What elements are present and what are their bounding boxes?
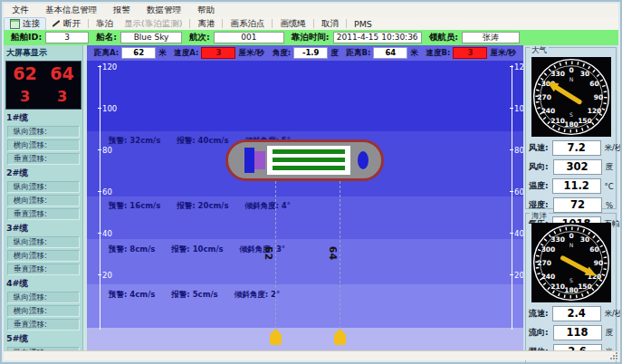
- cable-1-vertical-drift[interactable]: 垂直漂移:: [7, 153, 80, 165]
- pms-button[interactable]: PMS: [349, 19, 378, 29]
- compass-south-label: S: [569, 111, 573, 118]
- cable-1-lateral-drift[interactable]: 横向漂移:: [7, 139, 80, 151]
- ship-cargo-hold: [267, 146, 350, 175]
- cable-3-vertical-drift[interactable]: 垂直漂移:: [7, 263, 80, 275]
- pilot-field[interactable]: 张涛: [462, 32, 520, 43]
- ship-deckhouse-block: [254, 151, 265, 169]
- weather-groupbox: 大气 0 30 60 90 120 150 180 210 240 270: [525, 47, 617, 209]
- humidity-label: 湿度:: [529, 199, 550, 211]
- menu-alarm[interactable]: 报警: [105, 5, 139, 16]
- menu-data-mgmt[interactable]: 数据管理: [139, 5, 189, 16]
- cable-3-lateral-drift[interactable]: 横向漂移:: [7, 250, 80, 262]
- svg-text:60: 60: [589, 80, 598, 88]
- cargo-bar: [273, 158, 345, 162]
- berth-time-field[interactable]: 2011-4-15 10:30:36: [333, 32, 422, 43]
- cable-5-header: 5#缆: [6, 333, 82, 345]
- right-panel: 大气 0 30 60 90 120 150 180 210 240 270: [523, 45, 618, 351]
- cable-4-lateral-drift[interactable]: 横向漂移:: [7, 305, 80, 317]
- right-tick-100: 100: [514, 104, 523, 113]
- speed-a-value: 3: [201, 47, 235, 59]
- threshold-row-3: 预警: 8cm/s 报警: 10cm/s 倾斜角度: 3°: [109, 244, 285, 255]
- cable-2-longitudinal-drift[interactable]: 纵向漂移:: [7, 181, 80, 193]
- measure-line-a-label: 62: [263, 246, 274, 260]
- speed-b-label: 速度B:: [426, 48, 451, 59]
- alarm-1: 报警: 40cm/s: [177, 136, 228, 147]
- ship-name-field[interactable]: Blue Sky: [120, 32, 182, 43]
- toolbar-separator: [346, 19, 347, 28]
- depart-button[interactable]: 离港: [192, 18, 220, 30]
- current-direction-unit: 度: [606, 328, 614, 339]
- current-direction-value: 118: [553, 325, 602, 340]
- wind-direction-unit: 度: [606, 162, 614, 173]
- ocean-group-label: 海洋: [530, 212, 549, 220]
- cable-4-longitudinal-drift[interactable]: 纵向漂移:: [7, 292, 80, 303]
- toolbar: 连接 断开 靠泊 显示(靠泊监测) 离港 画系泊点 画缆绳 取消 PMS: [4, 17, 618, 31]
- wind-direction-label: 风向:: [529, 161, 550, 173]
- ship-id-field[interactable]: 3: [45, 32, 89, 43]
- toolbar-separator: [313, 19, 314, 28]
- threshold-row-4: 预警: 4cm/s 报警: 5cm/s 倾斜角度: 2°: [109, 290, 280, 301]
- cable-2-lateral-drift[interactable]: 横向漂移:: [7, 195, 80, 206]
- cable-group-5: 5#缆 纵向漂移: 横向漂移: 垂直漂移:: [5, 333, 82, 351]
- menu-basic-info[interactable]: 基本信息管理: [37, 5, 105, 16]
- connect-window-icon: [10, 19, 20, 29]
- toolbar-separator: [272, 19, 273, 28]
- display-dist-b: 64: [50, 65, 73, 82]
- cargo-bar: [273, 149, 345, 154]
- temperature-label: 温度:: [529, 180, 549, 192]
- menu-help[interactable]: 帮助: [189, 5, 223, 16]
- current-direction-row: 流向: 118 度: [529, 325, 613, 340]
- status-bar: [4, 350, 618, 360]
- svg-text:180: 180: [564, 120, 579, 129]
- angle-label: 角度:: [273, 48, 291, 59]
- alarm-4: 报警: 5cm/s: [171, 290, 217, 301]
- draw-cable-button[interactable]: 画缆绳: [274, 18, 311, 30]
- warn-4: 预警: 4cm/s: [109, 290, 155, 301]
- resize-grip-icon[interactable]: [610, 352, 617, 359]
- speed-b-unit: 厘米/秒: [490, 48, 516, 59]
- svg-text:150: 150: [578, 283, 592, 291]
- svg-text:150: 150: [578, 117, 592, 125]
- temperature-value: 11.2: [552, 178, 601, 194]
- compass-south-label: S: [569, 277, 573, 283]
- wind-direction-value: 302: [553, 159, 602, 175]
- cargo-bar: [273, 166, 345, 170]
- distance-plot: 120 100 80 60 40 20 120 100 80 60 40 20 …: [87, 61, 523, 355]
- cable-2-vertical-drift[interactable]: 垂直漂移:: [7, 208, 80, 220]
- cable-2-header: 2#缆: [6, 168, 82, 179]
- svg-text:210: 210: [550, 283, 565, 291]
- right-tick-60: 60: [514, 187, 523, 196]
- draw-mooring-point-button[interactable]: 画系泊点: [225, 18, 270, 30]
- berth-button[interactable]: 靠泊: [91, 18, 119, 30]
- right-tick-40: 40: [514, 229, 523, 238]
- measure-bar: 距离A: 62 米 速度A: 3 厘米/秒 角度: -1.9 度 距离B: 64…: [87, 45, 523, 61]
- berthing-chart: 距离A: 62 米 速度A: 3 厘米/秒 角度: -1.9 度 距离B: 64…: [87, 45, 523, 351]
- menu-file[interactable]: 文件: [4, 5, 37, 16]
- connect-button[interactable]: 连接: [4, 17, 46, 31]
- svg-text:30: 30: [579, 235, 589, 244]
- voyage-field[interactable]: 001: [214, 32, 284, 43]
- temperature-unit: °C: [605, 182, 614, 191]
- tilt-2: 倾斜角度: 4°: [245, 201, 292, 212]
- warn-3: 预警: 8cm/s: [109, 244, 155, 255]
- display-speed-a: 3: [20, 90, 30, 104]
- disconnect-button[interactable]: 断开: [46, 18, 86, 30]
- cable-1-longitudinal-drift[interactable]: 纵向漂移:: [7, 126, 80, 138]
- wind-direction-row: 风向: 302 度: [529, 159, 613, 175]
- disconnect-label: 断开: [63, 18, 81, 30]
- cable-group-4: 4#缆 纵向漂移: 横向漂移: 垂直漂移:: [5, 278, 82, 330]
- current-direction-gauge: 0 30 60 90 120 150 180 210 240 270 300 3…: [531, 223, 611, 302]
- cable-4-vertical-drift[interactable]: 垂直漂移:: [7, 319, 80, 330]
- svg-text:30: 30: [579, 70, 589, 78]
- svg-text:240: 240: [541, 107, 555, 115]
- cancel-button[interactable]: 取消: [316, 18, 344, 30]
- ship-graphic[interactable]: [225, 139, 384, 181]
- alarm-3: 报警: 10cm/s: [171, 244, 223, 255]
- angle-unit: 度: [330, 48, 339, 59]
- left-tick-80: 80: [102, 146, 112, 155]
- right-tick-120: 120: [514, 62, 523, 72]
- cable-3-longitudinal-drift[interactable]: 纵向漂移:: [7, 236, 80, 248]
- left-axis: [100, 65, 100, 330]
- current-speed-unit: 米/秒: [605, 309, 622, 320]
- left-tick-60: 60: [102, 187, 112, 196]
